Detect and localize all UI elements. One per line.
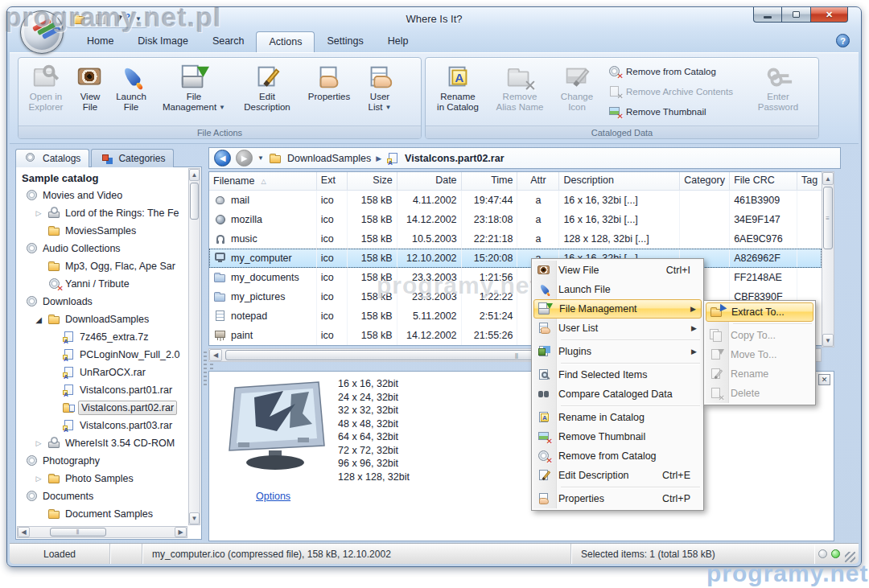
breadcrumb-folder[interactable]: DownloadSamples [269,152,371,165]
table-row-selected[interactable]: my_computer ico 158 kB 12.10.2002 15:20:… [209,249,822,268]
menu-item-launch-file[interactable]: Launch File [533,280,702,299]
tab-catalogs[interactable]: Catalogs [15,149,89,167]
tree-vertical-scrollbar[interactable]: ▲ ▼ [188,168,200,525]
tab-settings[interactable]: Settings [315,31,375,52]
tree-horizontal-scrollbar[interactable]: ◀ ⦀ ▶ [17,526,187,538]
column-header-attr[interactable]: Attr [517,172,559,190]
scroll-left-arrow[interactable]: ◀ [18,527,30,537]
column-header-category[interactable]: Category [680,172,730,190]
help-cursor-icon[interactable]: ? [114,13,129,26]
maximize-button[interactable] [782,7,811,23]
remove-thumbnail-button[interactable]: ✕ Remove Thumbnail [604,103,710,120]
tree-scrollbar-thumb[interactable] [190,183,199,220]
tree-item[interactable]: Documents [17,487,187,505]
breadcrumb-file[interactable]: VistaIcons.part02.rar [386,152,504,165]
submenu-item-extract-to[interactable]: Extract To... [706,302,813,322]
column-header-ext[interactable]: Ext [317,172,348,190]
menu-item-user-list[interactable]: User List ▶ [533,319,702,338]
tree-item[interactable]: MoviesSamples [17,222,187,240]
column-header-time[interactable]: Time [462,172,518,190]
tree-item[interactable]: ✕Yanni / Tribute [17,275,187,293]
back-button[interactable]: ◀ [214,150,231,167]
tree-item-sample-catalog[interactable]: Sample catalog [17,169,187,187]
table-row[interactable]: my_documents ico 158 kB 23.3.2003 1:21:5… [209,268,822,287]
menu-item-plugins[interactable]: Plugins ▶ [533,342,702,361]
tree-item[interactable]: Photography [17,452,187,470]
properties-button[interactable]: Properties [300,60,358,125]
menu-item-file-management[interactable]: File Management ▶ [533,299,702,319]
menu-item-edit-description[interactable]: Edit Description Ctrl+E [533,466,702,485]
column-header-tag[interactable]: Tag [797,172,822,190]
ribbon-help-button[interactable]: ? [836,34,850,47]
tree-item[interactable]: Audio Collections [17,240,187,257]
file-list-vertical-scrollbar[interactable]: ▲ ≡ ▼ [822,171,834,347]
qat-dropdown-icon[interactable]: ▼ [135,16,142,23]
tree-item[interactable]: Movies and Video [17,187,187,204]
preview-close-button[interactable]: ✕ [818,374,830,385]
menu-item-rename-in-catalog[interactable]: Rename in Catalog [533,408,702,427]
app-logo-button[interactable] [20,10,64,54]
tree-item[interactable]: Mp3, Ogg, Flac, Ape Sar [17,257,187,275]
tree-item[interactable]: ▷WhereIsIt 3.54 CD-ROM [17,434,187,452]
menu-item-view-file[interactable]: View File Ctrl+I [533,261,702,280]
column-header-filename[interactable]: Filename△ [209,172,317,190]
launch-file-button[interactable]: Launch File [110,60,152,125]
table-row[interactable]: mozilla ico 158 kB 14.12.2002 23:18:08 a… [209,210,822,229]
scroll-up-arrow[interactable]: ▲ [822,172,834,185]
scroll-left-arrow[interactable]: ◀ [209,349,222,361]
tree-item[interactable]: 7z465_extra.7z [17,328,187,346]
menu-item-find-selected-items[interactable]: Find Selected Items [533,365,702,384]
tab-categories[interactable]: Categories [91,149,174,167]
tree-item-selected[interactable]: VistaIcons.part02.rar [17,399,187,417]
file-list-scrollbar-thumb[interactable]: ≡ [823,187,833,249]
file-management-button[interactable]: File Management▼ [154,60,234,125]
history-dropdown-icon[interactable]: ▼ [257,155,264,162]
resize-grip[interactable] [845,552,855,562]
scroll-down-arrow[interactable]: ▼ [822,334,834,347]
expand-collapsed-icon[interactable]: ▷ [33,475,44,483]
tree-item[interactable]: PCLoginNow_Full_2.0 [17,346,187,364]
column-header-description[interactable]: Description [559,172,680,190]
tree-item[interactable]: ▷Lord of the Rings: The Fe [17,204,187,222]
column-header-size[interactable]: Size [348,172,397,190]
user-list-button[interactable]: User List▼ [360,60,400,125]
minimize-button[interactable] [753,7,782,23]
tab-help[interactable]: Help [376,31,421,52]
tree-item[interactable]: VistaIcons.part01.rar [17,381,187,399]
column-header-file-crc[interactable]: File CRC [730,172,797,190]
close-button[interactable]: ✕ [811,7,848,23]
menu-item-compare-cataloged-data[interactable]: Compare Cataloged Data [533,384,702,404]
tree-item[interactable]: ▷Photo Samples [17,470,187,487]
rename-in-catalog-button[interactable]: Rename in Catalog [430,60,485,125]
preview-splitter[interactable] [210,364,213,370]
tree-hscrollbar-thumb[interactable]: ⦀ [50,528,106,537]
tree-item[interactable]: Downloads [17,293,187,310]
menu-item-properties[interactable]: Properties Ctrl+P [533,489,702,508]
tab-search[interactable]: Search [200,31,257,52]
view-file-button[interactable]: View File [72,60,109,125]
tree-item[interactable]: UnRarOCX.rar [17,364,187,381]
tab-disk-image[interactable]: Disk Image [126,31,200,52]
column-header-date[interactable]: Date [397,172,462,190]
remove-from-catalog-button[interactable]: ✕ Remove from Catalog [604,63,719,80]
menu-item-remove-thumbnail[interactable]: ✕ Remove Thumbnail [533,427,702,446]
scroll-up-arrow[interactable]: ▲ [189,169,200,181]
tree-item[interactable]: ◢DownloadSamples [17,310,187,328]
open-catalog-icon[interactable] [72,13,87,26]
sidebar-splitter[interactable] [204,352,207,387]
options-link[interactable]: Options [256,491,290,502]
tab-actions[interactable]: Actions [256,31,315,52]
status-selection: Selected items: 1 (total 158 kB) [571,544,814,564]
tree-item[interactable]: VistaIcons.part03.rar [17,417,187,434]
expand-expanded-icon[interactable]: ◢ [33,315,44,324]
table-row[interactable]: music ico 158 kB 10.5.2003 22:21:18 a 12… [209,229,822,249]
tab-home[interactable]: Home [75,31,126,52]
scroll-right-arrow[interactable]: ▶ [175,527,187,537]
scroll-down-arrow[interactable]: ▼ [189,512,200,524]
expand-collapsed-icon[interactable]: ▷ [33,439,44,447]
tree-item[interactable]: Document Samples [17,505,187,523]
expand-collapsed-icon[interactable]: ▷ [33,209,44,217]
edit-description-button[interactable]: Edit Description [236,60,299,125]
table-row[interactable]: mail ico 158 kB 4.11.2002 19:47:44 a 16 … [209,191,822,210]
menu-item-remove-from-catalog[interactable]: ✕ Remove from Catalog [533,446,702,466]
